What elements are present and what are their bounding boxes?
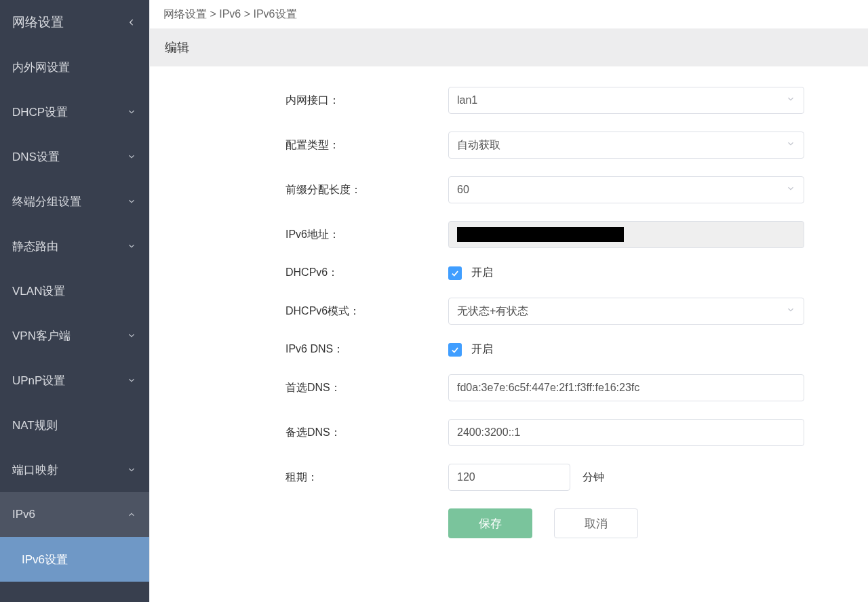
sidebar-item-label: DNS设置 [12, 149, 60, 165]
sidebar-title: 网络设置 [12, 14, 64, 31]
section-header: 编辑 [150, 28, 868, 66]
checkbox-label: 开启 [471, 342, 493, 357]
label-dns2: 备选DNS： [285, 426, 448, 440]
chevron-down-icon [786, 305, 795, 317]
chevron-down-icon [786, 139, 795, 151]
sidebar-item-dns[interactable]: DNS设置 [0, 134, 149, 179]
form: 内网接口： lan1 配置类型： 自动获取 前缀 [150, 66, 868, 538]
label-ipv6-addr: IPv6地址： [285, 228, 448, 242]
lease-unit: 分钟 [583, 470, 604, 485]
chevron-down-icon [126, 241, 137, 252]
sidebar-item-label: 内外网设置 [12, 60, 70, 75]
sidebar-subitem-ipv6-settings[interactable]: IPv6设置 [0, 537, 149, 582]
label-cfg-type: 配置类型： [285, 138, 448, 153]
sidebar-item-label: 端口映射 [12, 462, 58, 478]
label-dhcpv6: DHCPv6： [285, 266, 448, 280]
select-value: 无状态+有状态 [457, 304, 528, 319]
chevron-left-icon [126, 17, 137, 28]
sidebar-item-label: NAT规则 [12, 418, 58, 433]
label-ipv6-dns: IPv6 DNS： [285, 342, 448, 357]
chevron-down-icon [126, 196, 137, 207]
sidebar-item-label: VPN客户端 [12, 328, 71, 344]
chevron-down-icon [126, 151, 137, 162]
redacted-bar [457, 227, 624, 242]
chevron-down-icon [126, 375, 137, 386]
label-dhcpv6-mode: DHCPv6模式： [285, 304, 448, 319]
sidebar-item-staticroute[interactable]: 静态路由 [0, 224, 149, 268]
select-dhcpv6-mode[interactable]: 无状态+有状态 [448, 298, 804, 325]
lease-field[interactable] [457, 464, 561, 490]
sidebar: 网络设置 内外网设置 DHCP设置 DNS设置 终端分组设置 静态路由 VLAN… [0, 0, 149, 602]
chevron-down-icon [126, 330, 137, 341]
sidebar-item-label: 终端分组设置 [12, 194, 81, 209]
save-button[interactable]: 保存 [448, 508, 532, 538]
input-lease[interactable] [448, 464, 570, 491]
sidebar-item-lanwan[interactable]: 内外网设置 [0, 45, 149, 89]
sidebar-item-dhcp[interactable]: DHCP设置 [0, 89, 149, 134]
sidebar-item-portmap[interactable]: 端口映射 [0, 447, 149, 492]
main: 网络设置 > IPv6 > IPv6设置 编辑 内网接口： lan1 配置类型：… [149, 0, 868, 602]
dns1-field[interactable] [457, 375, 795, 401]
chevron-down-icon [786, 94, 795, 106]
input-dns1[interactable] [448, 374, 804, 401]
label-prefix-len: 前缀分配长度： [285, 183, 448, 197]
sidebar-item-label: UPnP设置 [12, 373, 65, 388]
breadcrumb: 网络设置 > IPv6 > IPv6设置 [150, 0, 868, 28]
cancel-button[interactable]: 取消 [554, 508, 638, 538]
checkbox-ipv6-dns[interactable] [448, 343, 462, 357]
chevron-up-icon [126, 509, 137, 520]
checkbox-dhcpv6[interactable] [448, 266, 462, 280]
label-lease: 租期： [285, 470, 448, 485]
form-actions: 保存 取消 [448, 508, 848, 538]
sidebar-item-label: IPv6 [12, 508, 35, 521]
sidebar-item-nat[interactable]: NAT规则 [0, 403, 149, 447]
select-cfg-type[interactable]: 自动获取 [448, 132, 804, 159]
sidebar-item-upnp[interactable]: UPnP设置 [0, 358, 149, 403]
sidebar-item-label: DHCP设置 [12, 104, 68, 120]
sidebar-item-termgroup[interactable]: 终端分组设置 [0, 179, 149, 224]
select-value: lan1 [457, 94, 477, 106]
ipv6-address-display [448, 221, 804, 248]
select-value: 自动获取 [457, 138, 500, 153]
input-dns2[interactable] [448, 419, 804, 446]
sidebar-item-vlan[interactable]: VLAN设置 [0, 268, 149, 313]
chevron-down-icon [126, 106, 137, 117]
label-lan-iface: 内网接口： [285, 94, 448, 108]
checkbox-label: 开启 [471, 266, 493, 280]
sidebar-sub-ipv6: IPv6设置 [0, 537, 149, 582]
select-prefix-len[interactable]: 60 [448, 176, 804, 203]
sidebar-item-label: 静态路由 [12, 239, 58, 254]
select-lan-iface[interactable]: lan1 [448, 87, 804, 114]
label-dns1: 首选DNS： [285, 381, 448, 395]
sidebar-item-ipv6[interactable]: IPv6 [0, 492, 149, 537]
sidebar-back[interactable]: 网络设置 [0, 0, 149, 45]
sidebar-subitem-label: IPv6设置 [22, 552, 68, 567]
chevron-down-icon [786, 184, 795, 196]
select-value: 60 [457, 184, 469, 196]
chevron-down-icon [126, 464, 137, 475]
dns2-field[interactable] [457, 420, 795, 445]
sidebar-item-vpnclient[interactable]: VPN客户端 [0, 313, 149, 358]
sidebar-item-label: VLAN设置 [12, 283, 65, 299]
